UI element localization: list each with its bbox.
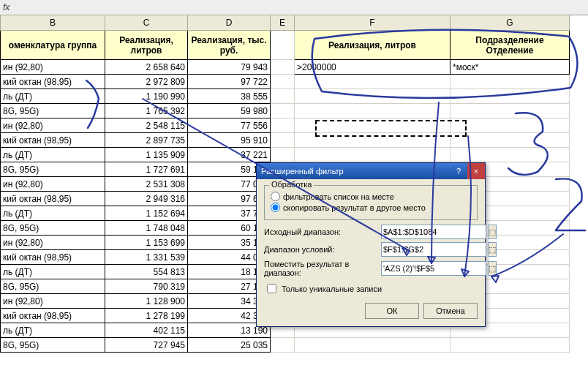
data-cell[interactable]: ль (ДТ) <box>1 265 105 279</box>
data-cell[interactable]: 8G, 95G) <box>1 279 105 294</box>
table-row: ль (ДТ)1 135 90937 221 <box>1 148 570 162</box>
advanced-filter-dialog: Расширенный фильтр ? × Обработка фильтро… <box>256 162 486 327</box>
radio-copy-elsewhere[interactable]: скопировать результат в другое место <box>271 203 471 212</box>
data-cell[interactable]: ль (ДТ) <box>1 148 105 162</box>
header-row: оменклатура группа Реализация, литров Ре… <box>1 31 570 60</box>
data-cell[interactable]: 1 135 909 <box>105 148 188 162</box>
processing-group: Обработка фильтровать список на месте ск… <box>264 185 478 220</box>
colhdr-F[interactable]: F <box>295 15 451 31</box>
colhdr-C[interactable]: C <box>105 15 188 31</box>
dialog-title: Расширенный фильтр <box>261 167 344 176</box>
criteria-G[interactable]: *моск* <box>451 60 570 75</box>
table-row: кий октан (98,95)2 972 80997 722 <box>1 75 570 89</box>
data-cell[interactable]: 2 972 809 <box>105 75 188 89</box>
table-row: 8G, 95G)1 765 39259 980 <box>1 104 570 118</box>
table-row: ль (ДТ)1 190 99038 555 <box>1 89 570 104</box>
header-G[interactable]: Подразделение Отделение <box>451 31 570 60</box>
label-destination: Поместить результат в диапазон: <box>264 260 381 277</box>
close-icon[interactable]: × <box>467 163 485 179</box>
data-cell[interactable]: кий октан (98,95) <box>1 133 105 148</box>
data-cell[interactable]: 8G, 95G) <box>1 338 105 353</box>
data-cell[interactable]: ин (92,80) <box>1 60 105 75</box>
colhdr-G[interactable]: G <box>451 15 570 31</box>
data-cell[interactable]: 1 128 900 <box>105 294 188 309</box>
data-cell[interactable]: ин (92,80) <box>1 294 105 309</box>
data-cell[interactable]: 2 548 115 <box>105 118 188 133</box>
help-icon[interactable]: ? <box>450 163 467 179</box>
range-picker-icon[interactable]: ⬚ <box>488 225 497 239</box>
label-criteria: Диапазон условий: <box>264 245 381 254</box>
fx-icon[interactable]: fx <box>3 2 10 12</box>
data-cell[interactable]: 59 980 <box>188 104 271 118</box>
input-destination-range[interactable] <box>381 261 486 276</box>
selection-marquee <box>315 120 467 137</box>
data-cell[interactable]: 2 531 308 <box>105 177 188 192</box>
data-cell[interactable]: ль (ДТ) <box>1 206 105 221</box>
data-cell[interactable]: 1 152 694 <box>105 206 188 221</box>
cancel-button[interactable]: Отмена <box>423 303 478 319</box>
header-F[interactable]: Реализация, литров <box>295 31 451 60</box>
data-cell[interactable]: ин (92,80) <box>1 177 105 192</box>
data-cell[interactable]: 38 555 <box>188 89 271 104</box>
colhdr-B[interactable]: B <box>1 15 105 31</box>
checkbox-unique[interactable]: Только уникальные записи <box>264 282 478 295</box>
criteria-F[interactable]: >2000000 <box>295 60 451 75</box>
formula-bar: fx <box>0 0 588 15</box>
colhdr-D[interactable]: D <box>188 15 271 31</box>
data-cell[interactable]: 25 035 <box>188 338 271 353</box>
data-cell[interactable]: 2 897 735 <box>105 133 188 148</box>
header-C[interactable]: Реализация, литров <box>105 31 188 60</box>
header-D[interactable]: Реализация, тыс. руб. <box>188 31 271 60</box>
data-cell[interactable]: 77 556 <box>188 118 271 133</box>
data-cell[interactable]: 1 153 699 <box>105 236 188 250</box>
data-cell[interactable]: 554 813 <box>105 265 188 279</box>
colhdr-E[interactable]: E <box>271 15 295 31</box>
input-criteria-range[interactable] <box>381 242 486 257</box>
data-cell[interactable]: 97 722 <box>188 75 271 89</box>
data-cell[interactable]: 1 748 048 <box>105 221 188 236</box>
group-legend: Обработка <box>269 180 314 189</box>
data-cell[interactable]: 2 658 640 <box>105 60 188 75</box>
data-cell[interactable]: 8G, 95G) <box>1 104 105 118</box>
data-cell[interactable]: 1 190 990 <box>105 89 188 104</box>
column-header-row: B C D E F G <box>1 15 570 31</box>
data-cell[interactable]: 402 115 <box>105 323 188 338</box>
data-cell[interactable]: ин (92,80) <box>1 118 105 133</box>
range-picker-icon[interactable]: ⬚ <box>488 242 497 257</box>
data-cell[interactable]: 727 945 <box>105 338 188 353</box>
table-row: ин (92,80)2 548 11577 556 <box>1 118 570 133</box>
data-cell[interactable]: 8G, 95G) <box>1 221 105 236</box>
data-cell[interactable]: 1 278 199 <box>105 309 188 323</box>
table-row: 8G, 95G)727 94525 035 <box>1 338 570 353</box>
data-cell[interactable]: ин (92,80) <box>1 236 105 250</box>
radio-filter-inplace[interactable]: фильтровать список на месте <box>271 192 471 201</box>
data-cell[interactable]: кий октан (98,95) <box>1 192 105 206</box>
data-cell[interactable]: 1 331 539 <box>105 250 188 265</box>
data-cell[interactable]: 79 943 <box>188 60 271 75</box>
input-source-range[interactable] <box>381 225 486 239</box>
range-picker-icon[interactable]: ⬚ <box>488 261 497 276</box>
dialog-titlebar[interactable]: Расширенный фильтр ? × <box>257 163 485 179</box>
data-cell[interactable]: 790 319 <box>105 279 188 294</box>
data-cell[interactable]: кий октан (98,95) <box>1 250 105 265</box>
ok-button[interactable]: ОК <box>365 303 419 319</box>
data-cell[interactable]: ль (ДТ) <box>1 323 105 338</box>
data-cell[interactable]: 1 765 392 <box>105 104 188 118</box>
table-row: кий октан (98,95)2 897 73595 910 <box>1 133 570 148</box>
data-cell[interactable]: 37 221 <box>188 148 271 162</box>
data-cell[interactable]: кий октан (98,95) <box>1 75 105 89</box>
header-B[interactable]: оменклатура группа <box>1 31 105 60</box>
data-cell[interactable]: кий октан (98,95) <box>1 309 105 323</box>
label-source: Исходный диапазон: <box>264 227 381 236</box>
data-cell[interactable]: ль (ДТ) <box>1 89 105 104</box>
criteria-row: ин (92,80) 2 658 640 79 943 >2000000 *мо… <box>1 60 570 75</box>
data-cell[interactable]: 8G, 95G) <box>1 162 105 177</box>
data-cell[interactable]: 1 727 691 <box>105 162 188 177</box>
data-cell[interactable]: 95 910 <box>188 133 271 148</box>
data-cell[interactable]: 2 949 316 <box>105 192 188 206</box>
